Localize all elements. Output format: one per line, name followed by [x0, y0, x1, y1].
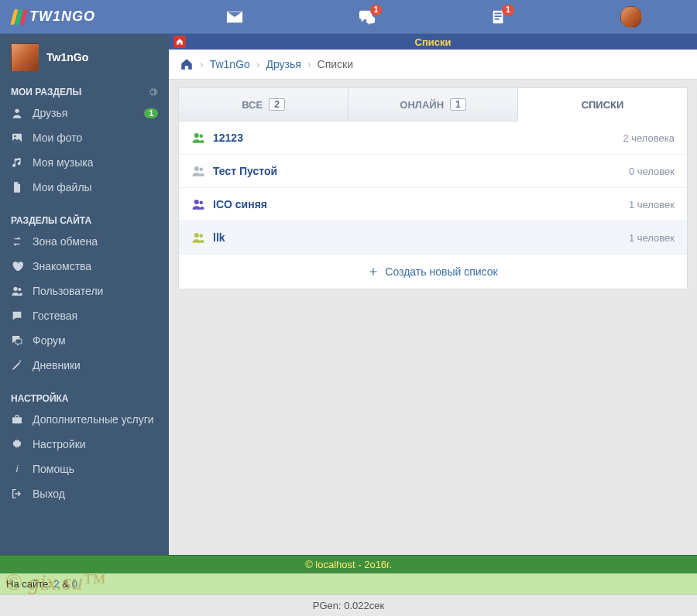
feed-badge: 1: [502, 5, 514, 15]
list-meta: 1 человек: [629, 199, 675, 210]
list-name: Тест Пустой: [213, 165, 277, 177]
footer-pgen: PGen: 0.022сек: [0, 594, 697, 616]
sidebar-item-diaries[interactable]: Дневники: [0, 353, 169, 378]
list-row[interactable]: Тест Пустой0 человек: [179, 154, 687, 187]
list-name: llk: [213, 231, 225, 244]
nav-label: Пользователи: [33, 285, 103, 297]
forum-icon: [11, 334, 23, 347]
svg-point-5: [15, 109, 19, 113]
titlebar-home-button[interactable]: [173, 36, 186, 48]
sidebar-item-music[interactable]: Моя музыка: [0, 150, 169, 175]
list-row[interactable]: ICO синяя1 человек: [179, 187, 687, 221]
lists-panel: ВСЕ 2 ОНЛАЙН 1 СПИСКИ 121232 человекаТес…: [178, 87, 688, 289]
create-list-button[interactable]: Создать новый список: [179, 254, 687, 289]
sidebar-item-logout[interactable]: Выход: [0, 481, 169, 506]
online-count-a[interactable]: 2: [53, 578, 59, 590]
brand-logo[interactable]: TW1NGO: [0, 9, 169, 25]
page-title: Списки: [415, 36, 452, 48]
exchange-icon: [11, 235, 23, 248]
sidebar-item-friends[interactable]: Друзья 1: [0, 101, 169, 125]
section-header-site: РАЗДЕЛЫ САЙТА: [0, 209, 169, 229]
tab-label: СПИСКИ: [582, 99, 624, 111]
nav-label: Дополнительные услуги: [33, 413, 154, 426]
main: Списки › Tw1nGo › Друзья › Списки ВСЕ 2: [169, 34, 697, 555]
nav-label: Настройки: [33, 438, 86, 450]
person-icon: [11, 107, 23, 119]
comment-icon: [11, 310, 23, 322]
nav-label: Гостевая: [33, 310, 77, 322]
svg-text:i: i: [16, 464, 19, 474]
breadcrumb-user[interactable]: Tw1nGo: [210, 58, 250, 70]
home-icon[interactable]: [180, 57, 194, 71]
svg-rect-3: [495, 15, 502, 17]
svg-point-19: [194, 233, 199, 238]
list-meta: 1 человек: [629, 232, 675, 244]
info-icon: i: [11, 463, 23, 475]
users-icon: [11, 285, 23, 297]
sidebar-item-forum[interactable]: Форум: [0, 328, 169, 353]
nav-feed[interactable]: 1: [433, 0, 565, 34]
nav-label: Форум: [33, 334, 66, 347]
avatar-icon: [11, 43, 39, 71]
sidebar-item-help[interactable]: i Помощь: [0, 457, 169, 481]
svg-rect-4: [495, 18, 500, 19]
nav-messages[interactable]: [169, 0, 301, 34]
tab-online[interactable]: ОНЛАЙН 1: [348, 88, 517, 121]
svg-point-9: [18, 288, 21, 291]
svg-point-16: [200, 168, 204, 172]
svg-point-8: [13, 287, 17, 291]
section-header-my: МОИ РАЗДЕЛЫ: [0, 80, 169, 101]
online-count-b[interactable]: 0: [72, 578, 77, 590]
nav-label: Моя музыка: [33, 156, 94, 169]
gear-icon[interactable]: [147, 87, 158, 98]
nav-label: Помощь: [33, 463, 74, 475]
breadcrumb-current: Списки: [318, 58, 353, 70]
chat-badge: 1: [370, 5, 383, 15]
tab-lists[interactable]: СПИСКИ: [517, 88, 687, 121]
svg-point-7: [14, 135, 16, 138]
people-icon: [191, 231, 205, 245]
svg-rect-2: [495, 12, 502, 14]
sidebar-item-photos[interactable]: Мои фото: [0, 125, 169, 150]
sidebar-item-users[interactable]: Пользователи: [0, 279, 169, 303]
top-nav: TW1NGO 1 1: [0, 0, 697, 34]
list-meta: 2 человека: [623, 132, 675, 144]
sidebar-item-settings[interactable]: Настройки: [0, 432, 169, 457]
sidebar-item-exchange[interactable]: Зона обмена: [0, 229, 169, 254]
chevron-right-icon: ›: [200, 58, 204, 70]
people-icon: [191, 164, 205, 178]
list-name: 12123: [213, 132, 243, 144]
list-row[interactable]: 121232 человека: [179, 121, 687, 154]
footer-copyright: © localhost - 2o16г.: [0, 555, 697, 573]
sidebar-item-dating[interactable]: Знакомства: [0, 254, 169, 279]
breadcrumb-friends[interactable]: Друзья: [266, 58, 300, 70]
friends-count-badge: 1: [144, 108, 158, 118]
list-row[interactable]: llk1 человек: [179, 221, 687, 254]
sidebar-item-guestbook[interactable]: Гостевая: [0, 303, 169, 328]
breadcrumb: › Tw1nGo › Друзья › Списки: [169, 50, 697, 80]
nav-label: Дневники: [33, 359, 81, 371]
svg-rect-10: [12, 417, 22, 423]
nav-profile[interactable]: [565, 0, 698, 34]
tab-all[interactable]: ВСЕ 2: [179, 88, 348, 121]
tab-label: ОНЛАЙН: [400, 99, 444, 111]
list-name: ICO синяя: [213, 198, 267, 210]
sidebar-item-files[interactable]: Мои файлы: [0, 175, 169, 200]
envelope-icon: [226, 9, 243, 26]
avatar-icon: [620, 6, 642, 28]
nav-label: Выход: [33, 488, 65, 500]
page-titlebar: Списки: [169, 34, 697, 50]
tab-count: 1: [450, 98, 466, 111]
chevron-right-icon: ›: [307, 58, 311, 70]
sidebar-profile[interactable]: Tw1nGo: [0, 34, 169, 80]
brand-text: TW1NGO: [29, 9, 95, 25]
sidebar-item-extra[interactable]: Дополнительные услуги: [0, 407, 169, 432]
svg-point-18: [200, 201, 204, 205]
tab-label: ВСЕ: [242, 99, 263, 111]
pencil-icon: [11, 359, 23, 371]
nav-chat[interactable]: 1: [301, 0, 434, 34]
list-meta: 0 человек: [629, 166, 675, 177]
nav-label: Мои фото: [33, 132, 82, 144]
profile-name: Tw1nGo: [46, 51, 88, 63]
sidebar: Tw1nGo МОИ РАЗДЕЛЫ Друзья 1 Мои фото Моя…: [0, 34, 169, 555]
